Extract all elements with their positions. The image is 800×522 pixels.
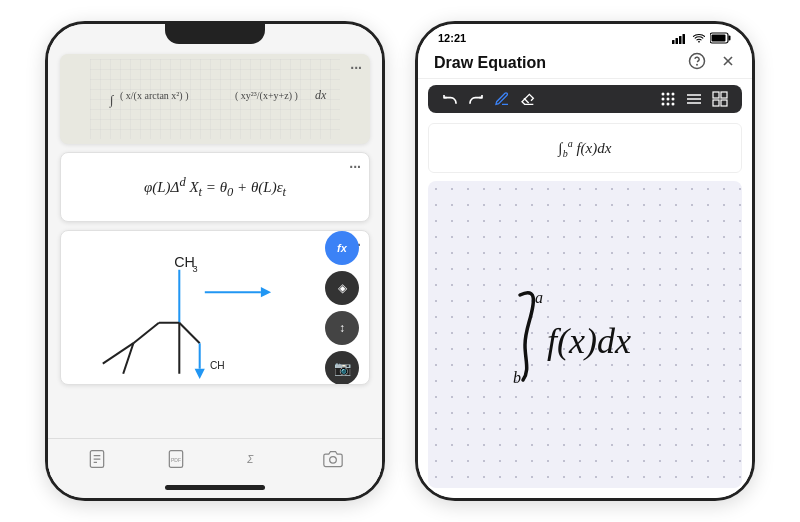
recognized-formula: ∫ba f(x)dx [559,138,612,159]
grid-dots-button[interactable] [660,91,676,107]
draw-equation-header: Draw Equation [418,48,752,79]
svg-rect-33 [729,36,731,41]
phi-equation-card: ··· φ(L)Δd Xt = θ0 + θ(L)εt [60,152,370,222]
right-phone: 12:21 [415,21,755,501]
svg-rect-30 [683,34,686,44]
svg-text:PDF: PDF [171,457,181,463]
svg-text:( x/(x arctan x²) ): ( x/(x arctan x²) ) [120,90,189,102]
undo-button[interactable] [442,91,458,107]
svg-line-12 [179,323,199,343]
svg-point-47 [672,103,675,106]
svg-line-10 [133,323,159,343]
svg-text:a: a [535,289,543,306]
integral-image: ∫ ( x/(x arctan x²) ) ( xy²³/(x+y+z) ) d… [90,59,340,139]
svg-marker-16 [195,369,205,379]
left-phone: ··· ∫ ( x/(x arctan x²) ) ( xy [45,21,385,501]
battery-icon [710,32,732,44]
phi-formula: φ(L)Δd Xt = θ0 + θ(L)εt [144,175,286,200]
redo-button[interactable] [468,91,484,107]
svg-point-45 [662,103,665,106]
svg-text:dx: dx [315,88,327,102]
tab-bar: PDF Σ [48,438,382,478]
svg-point-26 [329,456,336,463]
svg-point-46 [667,103,670,106]
svg-point-44 [672,98,675,101]
svg-point-39 [662,93,665,96]
camera-fab-button[interactable]: 📷 [325,351,359,385]
left-notch [165,24,265,44]
svg-rect-54 [721,100,727,106]
signal-icon [672,33,688,44]
tab-camera[interactable] [323,449,343,469]
svg-marker-9 [261,287,271,297]
pen-tool-button[interactable] [494,91,510,107]
svg-rect-52 [721,92,727,98]
tab-doc[interactable] [87,449,107,469]
svg-point-42 [662,98,665,101]
wifi-icon [692,33,706,44]
fx-fab-button[interactable]: fx [325,231,359,265]
svg-text:3: 3 [193,264,198,274]
svg-text:CH: CH [210,360,225,371]
toolbar-left-group [442,91,536,107]
close-icon[interactable] [720,53,736,73]
header-action-icons [688,52,736,74]
svg-point-40 [667,93,670,96]
resize-fab-button[interactable]: ↕ [325,311,359,345]
tab-pdf[interactable]: PDF [166,449,186,469]
drawing-canvas[interactable]: a b f(x)dx [428,181,742,488]
chemistry-card: ··· CH 3 [60,230,370,385]
handwritten-equation-svg: a b f(x)dx [475,275,695,395]
svg-rect-34 [712,35,726,42]
svg-line-13 [103,343,134,363]
chem-svg: CH 3 [61,231,369,384]
status-bar: 12:21 [418,24,752,48]
fab-group: fx ◈ ↕ 📷 [325,231,359,385]
svg-text:Σ: Σ [247,454,255,465]
toolbar-right-group [660,91,728,107]
right-screen: 12:21 [418,24,752,498]
svg-rect-27 [672,40,675,44]
tab-formula[interactable]: Σ [244,449,264,469]
recognize-fab-button[interactable]: ◈ [325,271,359,305]
svg-text:b: b [513,369,521,386]
left-home-indicator [165,485,265,490]
svg-text:( xy²³/(x+y+z) ): ( xy²³/(x+y+z) ) [235,90,298,102]
app-container: ··· ∫ ( x/(x arctan x²) ) ( xy [0,0,800,522]
grid-cells-button[interactable] [712,91,728,107]
drawing-toolbar [428,85,742,113]
svg-rect-28 [676,38,679,44]
formula-preview: ∫ba f(x)dx [428,123,742,173]
svg-point-43 [667,98,670,101]
status-icons [672,32,732,44]
time: 12:21 [438,32,466,44]
svg-point-31 [698,40,700,42]
left-screen: ··· ∫ ( x/(x arctan x²) ) ( xy [48,24,382,498]
left-content-area: ··· ∫ ( x/(x arctan x²) ) ( xy [48,48,382,498]
svg-rect-29 [679,36,682,44]
svg-rect-53 [713,100,719,106]
svg-point-41 [672,93,675,96]
card2-more-button[interactable]: ··· [349,159,361,175]
grid-lines-button[interactable] [686,91,702,107]
svg-text:f(x)dx: f(x)dx [547,321,631,361]
draw-equation-title: Draw Equation [434,54,546,72]
integral-card: ··· ∫ ( x/(x arctan x²) ) ( xy [60,54,370,144]
erase-tool-button[interactable] [520,91,536,107]
svg-rect-51 [713,92,719,98]
help-icon[interactable] [688,52,706,74]
card-more-button[interactable]: ··· [350,60,362,76]
